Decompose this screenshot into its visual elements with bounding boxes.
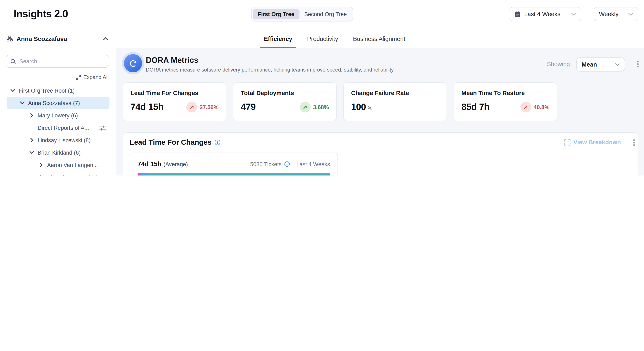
main-tabs: EfficiencyProductivityBusiness Alignment [262, 29, 407, 48]
summary-segment-review [140, 173, 148, 176]
sidebar-item-anna-scozzafava-7[interactable]: Anna Scozzafava (7) [6, 97, 110, 109]
chevron-right-icon[interactable] [28, 113, 35, 118]
org-tree-toggle: First Org TreeSecond Org Tree [251, 7, 354, 22]
sidebar-item-lindsay-liszewski-8[interactable]: Lindsay Liszewski (8) [6, 134, 110, 146]
sidebar-item-brian-kirkland-6[interactable]: Brian Kirkland (6) [6, 146, 110, 159]
metric-value: 100% [351, 102, 372, 112]
metric-title: Change Failure Rate [351, 90, 439, 96]
chart-kebab-menu[interactable] [630, 138, 638, 147]
average-value: 74d 15h [138, 160, 161, 168]
sidebar-item-direct-reports-of-a[interactable]: Direct Reports of A... [6, 122, 110, 134]
chevron-down-icon [628, 13, 633, 16]
tree-item-label: Mary Lowery (6) [38, 112, 78, 118]
view-breakdown-button[interactable]: View Breakdown [564, 139, 621, 146]
metric-change-value: 27.56% [200, 104, 218, 110]
calendar-icon [514, 11, 520, 17]
summary-segment-deployment [148, 173, 330, 176]
showing-value: Mean [582, 61, 611, 68]
chevron-down-icon [571, 13, 576, 16]
trend-up-icon [520, 102, 531, 112]
metric-value: 74d 15h [130, 102, 164, 112]
tab-productivity[interactable]: Productivity [305, 29, 340, 48]
info-icon[interactable] [214, 139, 220, 146]
metric-value: 479 [241, 102, 256, 112]
org-toggle-first-org-tree[interactable]: First Org Tree [253, 9, 299, 19]
sidebar-user-name: Anna Scozzafava [16, 35, 98, 42]
filter-sliders-icon[interactable] [99, 125, 106, 130]
lead-time-card: Lead Time For Changes View Breakdown 74d… [123, 132, 638, 176]
app: Insights 2.0 First Org TreeSecond Org Tr… [0, 0, 644, 176]
metric-title: Mean Time To Restore [462, 90, 550, 96]
tab-strip: EfficiencyProductivityBusiness Alignment [116, 29, 644, 48]
tree-item-label: Brian Kirkland (6) [38, 149, 81, 156]
expand-all-button[interactable]: Expand All [76, 74, 109, 80]
trend-up-icon [300, 102, 310, 112]
summary-segment-planning [138, 173, 140, 176]
chevron-up-icon [103, 37, 108, 40]
date-range-value: Last 4 Weeks [524, 11, 568, 17]
info-icon[interactable] [284, 161, 290, 167]
metric-card-change-failure-rate: Change Failure Rate100% [343, 82, 447, 121]
metric-change-value: 40.8% [534, 104, 550, 110]
main-content: DORA Metrics DORA metrics measure softwa… [116, 48, 644, 176]
search-input-wrap [6, 55, 109, 68]
sidebar-item-mary-lowery-6[interactable]: Mary Lowery (6) [6, 109, 110, 122]
divider [293, 161, 294, 167]
metric-value: 85d 7h [462, 102, 490, 112]
sidebar-item-aaron-van-langen[interactable]: Aaron Van Langen... [6, 159, 110, 171]
metric-change: 27.56% [186, 102, 218, 112]
showing-label: Showing [547, 61, 570, 67]
chevron-down-icon[interactable] [28, 151, 35, 154]
tree-item-label: Aaron Van Langen... [47, 162, 98, 168]
app-title: Insights 2.0 [14, 8, 68, 20]
search-icon [10, 59, 16, 64]
search-input[interactable] [20, 58, 104, 65]
average-suffix: (Average) [164, 161, 188, 167]
average-summary-card: 74d 15h (Average) 5030 Tickets Last 4 We… [130, 153, 338, 176]
trend-up-icon [186, 102, 197, 112]
tree-item-label: Sireesha Kunduri (7) [47, 174, 98, 176]
tab-business-alignment[interactable]: Business Alignment [351, 29, 407, 48]
view-breakdown-label: View Breakdown [573, 139, 621, 146]
metric-cards-row: Lead Time For Changes74d 15h27.56%Total … [123, 82, 557, 121]
metric-title: Total Deployments [241, 90, 329, 96]
expand-corners-icon [564, 139, 570, 145]
metric-change: 40.8% [520, 102, 550, 112]
metric-card-mean-time-to-restore: Mean Time To Restore85d 7h40.8% [454, 82, 557, 121]
sidebar-collapse-button[interactable] [102, 36, 109, 41]
period-label: Last 4 Weeks [296, 161, 330, 167]
sidebar-item-sireesha-kunduri-7[interactable]: Sireesha Kunduri (7) [6, 171, 110, 176]
granularity-value: Weekly [599, 11, 624, 17]
dora-section-title: DORA Metrics [146, 56, 198, 65]
tickets-count: 5030 Tickets [250, 161, 282, 167]
chevron-right-icon[interactable] [28, 138, 35, 143]
tree-item-label: Lindsay Liszewski (8) [38, 137, 91, 143]
tree-item-label: Direct Reports of A... [38, 125, 89, 131]
date-range-select[interactable]: Last 4 Weeks [509, 7, 581, 21]
sidebar-item-first-org-tree-root-1[interactable]: First Org Tree Root (1) [6, 84, 110, 97]
granularity-select[interactable]: Weekly [594, 7, 638, 21]
org-toggle-second-org-tree[interactable]: Second Org Tree [299, 9, 352, 19]
dora-metrics-icon [124, 54, 142, 72]
chevron-down-icon[interactable] [19, 101, 26, 105]
metric-card-lead-time-for-changes: Lead Time For Changes74d 15h27.56% [123, 82, 226, 121]
tab-efficiency[interactable]: Efficiency [262, 29, 294, 48]
org-tree: First Org Tree Root (1)Anna Scozzafava (… [0, 84, 116, 176]
metric-card-total-deployments: Total Deployments4793.68% [233, 82, 337, 121]
metric-unit: % [368, 105, 372, 111]
sidebar-header: Anna Scozzafava [0, 29, 116, 48]
metric-change-value: 3.68% [313, 104, 329, 110]
showing-select[interactable]: Mean [576, 58, 625, 72]
tree-item-label: Anna Scozzafava (7) [28, 100, 80, 106]
lead-time-title: Lead Time For Changes [130, 138, 212, 147]
top-header: Insights 2.0 First Org TreeSecond Org Tr… [0, 0, 644, 29]
chevron-down-icon [615, 63, 620, 66]
sidebar: Anna Scozzafava Expand All First Org Tre… [0, 29, 116, 176]
dora-section-description: DORA metrics measure software delivery p… [146, 67, 395, 73]
chevron-right-icon[interactable] [38, 175, 44, 176]
metric-title: Lead Time For Changes [130, 90, 218, 96]
dora-kebab-menu[interactable] [634, 60, 642, 69]
chevron-right-icon[interactable] [38, 162, 44, 167]
chevron-down-icon[interactable] [10, 89, 16, 92]
expand-all-icon [76, 75, 81, 80]
